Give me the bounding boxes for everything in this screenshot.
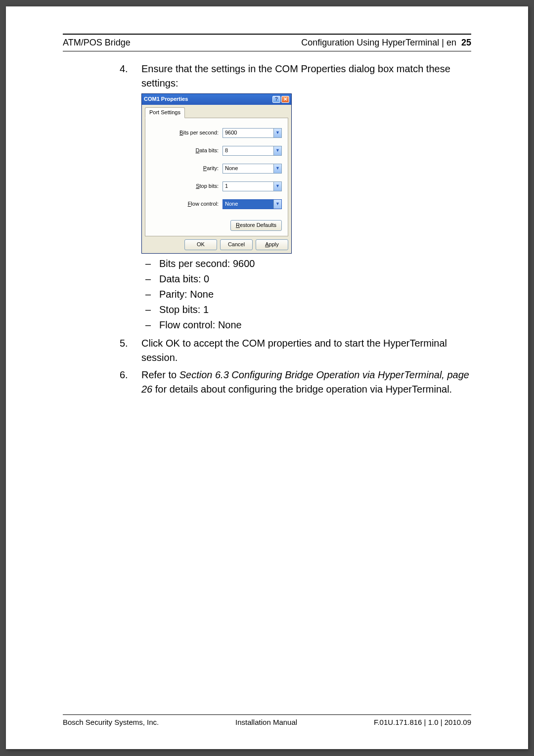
combo-bits-per-second[interactable]: 9600 ▼ bbox=[222, 128, 282, 138]
step-5-number: 5. bbox=[120, 336, 141, 365]
step-4-body: Ensure that the settings in the COM Prop… bbox=[141, 62, 471, 333]
footer-doc-id: F.01U.171.816 | 1.0 | 2010.09 bbox=[374, 718, 471, 726]
header-section: Configuration Using HyperTerminal | en bbox=[301, 38, 456, 48]
footer-rule bbox=[63, 714, 471, 715]
step-4-number: 4. bbox=[120, 62, 141, 333]
ok-button[interactable]: OK bbox=[184, 239, 217, 250]
combo-data-bits[interactable]: 8 ▼ bbox=[222, 146, 282, 156]
dialog-title-text: COM1 Properties bbox=[144, 95, 188, 103]
page-footer: Bosch Security Systems, Inc. Installatio… bbox=[63, 714, 471, 726]
step-5: 5. Click OK to accept the COM properties… bbox=[120, 336, 471, 365]
label-parity: Parity: bbox=[203, 165, 219, 173]
page-header: ATM/POS Bridge Configuration Using Hyper… bbox=[63, 34, 471, 51]
step-6-post: for details about configuring the bridge… bbox=[152, 384, 452, 395]
settings-sublist: –Bits per second: 9600 –Data bits: 0 –Pa… bbox=[145, 257, 471, 332]
row-data-bits: Data bits: 8 ▼ bbox=[151, 146, 282, 156]
panel-button-row: Restore Defaults bbox=[151, 217, 282, 231]
step-6: 6. Refer to Section 6.3 Configuring Brid… bbox=[120, 368, 471, 397]
page-number: 25 bbox=[461, 38, 471, 48]
dialog-titlebar: COM1 Properties ? ✕ bbox=[142, 94, 291, 105]
cancel-button[interactable]: Cancel bbox=[220, 239, 253, 250]
step-6-pre: Refer to bbox=[141, 369, 179, 380]
step-6-body: Refer to Section 6.3 Configuring Bridge … bbox=[141, 368, 471, 397]
step-4-text: Ensure that the settings in the COM Prop… bbox=[141, 63, 450, 89]
chevron-down-icon[interactable]: ▼ bbox=[273, 129, 281, 137]
sublist-item: –Bits per second: 9600 bbox=[145, 257, 471, 271]
help-icon[interactable]: ? bbox=[272, 96, 280, 103]
sublist-parity: Parity: None bbox=[159, 287, 214, 302]
tab-port-settings[interactable]: Port Settings bbox=[145, 107, 185, 118]
sublist-data-bits: Data bits: 0 bbox=[159, 272, 209, 286]
dialog-button-row: OK Cancel Apply bbox=[145, 236, 288, 250]
sublist-item: –Data bits: 0 bbox=[145, 272, 471, 286]
chevron-down-icon[interactable]: ▼ bbox=[273, 164, 281, 173]
dialog-title-buttons: ? ✕ bbox=[272, 96, 289, 103]
chevron-down-icon[interactable]: ▼ bbox=[273, 200, 281, 209]
row-flow-control: Flow control: None ▼ bbox=[151, 199, 282, 209]
header-right: Configuration Using HyperTerminal | en 2… bbox=[301, 38, 471, 48]
row-parity: Parity: None ▼ bbox=[151, 164, 282, 174]
label-stop-bits: Stop bits: bbox=[196, 182, 219, 190]
footer-company: Bosch Security Systems, Inc. bbox=[63, 718, 159, 726]
content: 4. Ensure that the settings in the COM P… bbox=[120, 62, 471, 400]
label-bits-per-second: Bits per second: bbox=[179, 129, 219, 137]
combo-stop-bits[interactable]: 1 ▼ bbox=[222, 181, 282, 191]
label-data-bits: Data bits: bbox=[196, 147, 219, 155]
combo-data-bits-value: 8 bbox=[223, 146, 273, 155]
step-5-body: Click OK to accept the COM properties an… bbox=[141, 336, 471, 365]
sublist-stop-bits: Stop bits: 1 bbox=[159, 303, 209, 317]
sublist-bps: Bits per second: 9600 bbox=[159, 257, 255, 271]
close-icon[interactable]: ✕ bbox=[281, 96, 289, 103]
tab-panel: Bits per second: 9600 ▼ Data bits: 8 bbox=[145, 118, 288, 236]
header-rule-bottom bbox=[63, 51, 471, 51]
combo-bits-per-second-value: 9600 bbox=[223, 129, 273, 137]
combo-parity[interactable]: None ▼ bbox=[222, 164, 282, 174]
label-flow-control: Flow control: bbox=[188, 200, 219, 208]
row-stop-bits: Stop bits: 1 ▼ bbox=[151, 181, 282, 191]
chevron-down-icon[interactable]: ▼ bbox=[273, 146, 281, 155]
step-5-text: Click OK to accept the COM properties an… bbox=[141, 338, 447, 363]
apply-button[interactable]: Apply bbox=[256, 239, 288, 250]
restore-defaults-button[interactable]: Restore Defaults bbox=[230, 220, 282, 231]
row-bits-per-second: Bits per second: 9600 ▼ bbox=[151, 128, 282, 138]
combo-flow-control[interactable]: None ▼ bbox=[222, 199, 282, 209]
tab-strip: Port Settings bbox=[145, 107, 288, 118]
step-4: 4. Ensure that the settings in the COM P… bbox=[120, 62, 471, 333]
sublist-item: –Stop bits: 1 bbox=[145, 303, 471, 317]
header-rule-top bbox=[63, 34, 471, 35]
combo-parity-value: None bbox=[223, 164, 273, 173]
sublist-item: –Parity: None bbox=[145, 287, 471, 302]
sublist-flow-control: Flow control: None bbox=[159, 318, 242, 332]
footer-row: Bosch Security Systems, Inc. Installatio… bbox=[63, 718, 471, 726]
sublist-item: –Flow control: None bbox=[145, 318, 471, 332]
dialog-body: Port Settings Bits per second: 9600 ▼ bbox=[142, 105, 291, 253]
footer-doc-type: Installation Manual bbox=[235, 718, 297, 726]
combo-stop-bits-value: 1 bbox=[223, 182, 273, 191]
combo-flow-control-value: None bbox=[223, 200, 273, 209]
header-row: ATM/POS Bridge Configuration Using Hyper… bbox=[63, 38, 471, 48]
com1-properties-dialog: COM1 Properties ? ✕ Port Settings Bits bbox=[141, 93, 292, 254]
chevron-down-icon[interactable]: ▼ bbox=[273, 182, 281, 191]
page: ATM/POS Bridge Configuration Using Hyper… bbox=[6, 6, 528, 749]
step-6-number: 6. bbox=[120, 368, 141, 397]
header-left: ATM/POS Bridge bbox=[63, 38, 131, 48]
